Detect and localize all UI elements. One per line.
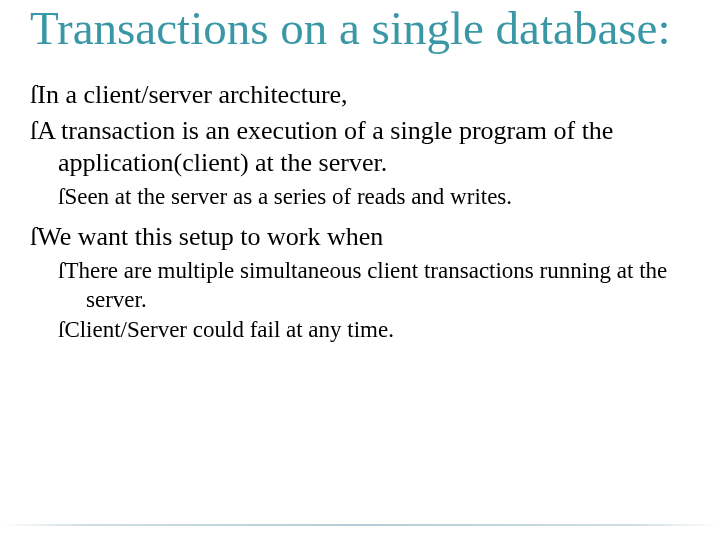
bullet-text: A transaction is an execution of a singl…: [37, 116, 613, 177]
bullet-text: In a client/server architecture,: [37, 80, 347, 109]
decorative-divider: [0, 524, 720, 526]
bullet-text: Client/Server could fail at any time.: [64, 317, 394, 342]
bullet-text: Seen at the server as a series of reads …: [64, 184, 512, 209]
bullet-text: There are multiple simultaneous client t…: [64, 258, 667, 312]
bullet-level1: ſWe want this setup to work when: [30, 221, 690, 253]
bullet-level1: ſA transaction is an execution of a sing…: [30, 115, 690, 178]
bullet-text: We want this setup to work when: [37, 222, 383, 251]
bullet-level2: ſClient/Server could fail at any time.: [30, 316, 690, 345]
bullet-level2: ſThere are multiple simultaneous client …: [30, 257, 690, 315]
bullet-level2: ſSeen at the server as a series of reads…: [30, 183, 690, 212]
slide: Transactions on a single database: ſIn a…: [0, 0, 720, 540]
slide-body: ſIn a client/server architecture, ſA tra…: [30, 79, 690, 345]
bullet-level1: ſIn a client/server architecture,: [30, 79, 690, 111]
slide-title: Transactions on a single database:: [30, 0, 690, 53]
